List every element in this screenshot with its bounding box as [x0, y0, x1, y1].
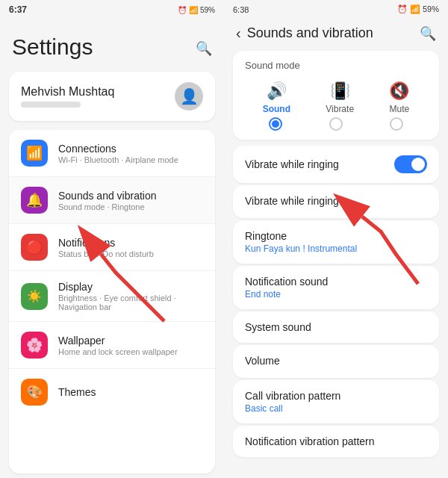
system-sound-row[interactable]: Notification sound End note [233, 266, 439, 309]
sound-label: Sound [263, 104, 290, 114]
sound-mode-options: 🔊 Sound 📳 Vibrate 🔇 Mute [245, 81, 427, 114]
vibrate-icon: 📳 [330, 81, 350, 101]
time-left: 6:37 [9, 4, 27, 15]
sounds-icon: 🔔 [21, 187, 48, 214]
display-title: Display [58, 281, 203, 293]
volume-row[interactable]: System sound [233, 311, 439, 343]
wallpaper-text: Wallpaper Home and lock screen wallpaper [58, 335, 203, 356]
notifications-icon: 🔴 [21, 234, 48, 261]
sound-option-mute[interactable]: 🔇 Mute [389, 81, 409, 114]
display-subtitle: Brightness · Eye comfort shield · Naviga… [58, 294, 203, 311]
radio-vibrate[interactable] [329, 117, 343, 131]
status-icons-left: ⏰ 📶 59% [178, 6, 215, 14]
ringtone-title: Vibrate while ringing [245, 195, 339, 207]
settings-header: Settings 🔍 [0, 19, 224, 67]
mute-label: Mute [390, 104, 410, 114]
notification-sound-row[interactable]: Ringtone Kun Faya kun ! Instrumental [233, 220, 439, 264]
avatar: 👤 [175, 82, 203, 111]
connections-subtitle: Wi-Fi · Bluetooth · Airplane mode [58, 155, 203, 164]
notifications-subtitle: Status bar · Do not disturb [58, 249, 203, 258]
notification-vibration-text: Call vibration pattern Basic call [245, 390, 340, 414]
user-name: Mehvish Mushtaq [21, 85, 114, 99]
radio-sound[interactable] [269, 117, 282, 131]
volume-text: System sound [245, 321, 311, 333]
sidebar-item-wallpaper[interactable]: 🌸 Wallpaper Home and lock screen wallpap… [9, 322, 215, 369]
sidebar-item-display[interactable]: ☀️ Display Brightness · Eye comfort shie… [9, 271, 215, 322]
volume-title: System sound [245, 321, 311, 333]
vibrate-ringing-text: Vibrate while ringing [245, 158, 339, 170]
themes-title: Themes [58, 386, 203, 398]
user-card[interactable]: Mehvish Mushtaq 👤 [9, 72, 215, 121]
right-search-icon[interactable]: 🔍 [420, 25, 436, 42]
wallpaper-title: Wallpaper [58, 335, 203, 347]
sidebar-item-themes[interactable]: 🎨 Themes [9, 369, 215, 415]
page-title: Sounds and vibration [247, 25, 373, 41]
vibration-intensity-text: Notification vibration pattern [245, 435, 375, 447]
system-sound-text: Notification sound End note [245, 276, 328, 299]
ringtone-row[interactable]: Vibrate while ringing [233, 185, 439, 218]
wallpaper-icon: 🌸 [21, 332, 48, 358]
right-content: Sound mode 🔊 Sound 📳 Vibrate 🔇 Mute [224, 48, 448, 478]
vibration-intensity-row[interactable]: Notification vibration pattern [233, 426, 439, 457]
ringtone-text: Vibrate while ringing [245, 195, 339, 208]
sounds-subtitle: Sound mode · Ringtone [58, 202, 203, 211]
settings-title: Settings [12, 34, 93, 60]
vibration-intensity-title: Notification vibration pattern [245, 435, 375, 447]
sounds-text: Sounds and vibration Sound mode · Ringto… [58, 190, 203, 211]
sound-mode-card: Sound mode 🔊 Sound 📳 Vibrate 🔇 Mute [233, 51, 439, 140]
radio-mute[interactable] [390, 117, 403, 131]
sound-option-vibrate[interactable]: 📳 Vibrate [326, 81, 354, 114]
sounds-title: Sounds and vibration [58, 190, 203, 202]
status-icons-right: ⏰ 📶 59% [397, 4, 439, 14]
display-text: Display Brightness · Eye comfort shield … [58, 281, 203, 311]
call-vibration-row[interactable]: Volume [233, 345, 439, 378]
notifications-text: Notifications Status bar · Do not distur… [58, 237, 203, 258]
back-button[interactable]: ‹ [236, 25, 241, 42]
user-subtitle-bar [21, 102, 81, 108]
notification-vibration-title: Call vibration pattern [245, 390, 340, 402]
sidebar-item-connections[interactable]: 📶 Connections Wi-Fi · Bluetooth · Airpla… [9, 130, 215, 177]
status-bar-right: 6:38 ⏰ 📶 59% [224, 0, 448, 19]
vibrate-ringing-toggle[interactable] [394, 155, 427, 173]
sound-icon: 🔊 [267, 81, 287, 101]
system-sound-title: Notification sound [245, 276, 328, 288]
sidebar-item-notifications[interactable]: 🔴 Notifications Status bar · Do not dist… [9, 224, 215, 271]
connections-text: Connections Wi-Fi · Bluetooth · Airplane… [58, 143, 203, 164]
connections-title: Connections [58, 143, 203, 155]
settings-list: 📶 Connections Wi-Fi · Bluetooth · Airpla… [9, 130, 215, 474]
vibrate-while-ringing-row[interactable]: Vibrate while ringing [233, 146, 439, 183]
connections-icon: 📶 [21, 140, 48, 167]
header-left: ‹ Sounds and vibration [236, 25, 373, 42]
notifications-title: Notifications [58, 237, 203, 249]
right-header: ‹ Sounds and vibration 🔍 [224, 19, 448, 48]
vibrate-label: Vibrate [326, 104, 354, 114]
status-bar-left: 6:37 ⏰ 📶 59% [0, 0, 224, 19]
sound-mode-label: Sound mode [245, 60, 427, 75]
sound-option-sound[interactable]: 🔊 Sound [263, 81, 290, 114]
themes-icon: 🎨 [21, 379, 48, 406]
display-icon: ☀️ [21, 283, 48, 310]
notification-vibration-row[interactable]: Call vibration pattern Basic call [233, 380, 439, 423]
notification-sound-value: Kun Faya kun ! Instrumental [245, 243, 357, 254]
call-vibration-text: Volume [245, 355, 280, 368]
system-sound-value: End note [245, 289, 328, 299]
wallpaper-subtitle: Home and lock screen wallpaper [58, 347, 203, 356]
notification-vibration-value: Basic call [245, 403, 340, 414]
call-vibration-title: Volume [245, 355, 280, 367]
notification-sound-text: Ringtone Kun Faya kun ! Instrumental [245, 230, 357, 254]
notification-sound-title: Ringtone [245, 230, 357, 242]
sidebar-item-sounds[interactable]: 🔔 Sounds and vibration Sound mode · Ring… [9, 177, 215, 224]
time-right: 6:38 [233, 5, 249, 14]
vibrate-ringing-title: Vibrate while ringing [245, 158, 339, 170]
radio-row [245, 117, 427, 131]
themes-text: Themes [58, 386, 203, 398]
left-search-icon[interactable]: 🔍 [196, 40, 212, 57]
mute-icon: 🔇 [389, 81, 409, 101]
user-info: Mehvish Mushtaq [21, 85, 114, 108]
